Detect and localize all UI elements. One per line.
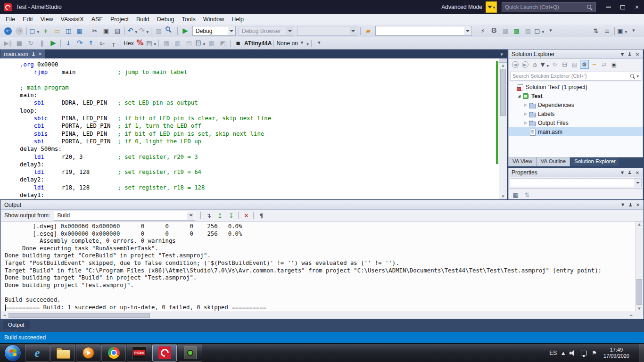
volume-icon[interactable]: [570, 350, 576, 356]
debug-tool-button[interactable]: None on: [276, 38, 297, 49]
menu-item[interactable]: ASF: [88, 15, 107, 24]
sort-lines-icon[interactable]: ⇅: [591, 26, 601, 36]
scroll-down-icon[interactable]: ▼: [636, 307, 643, 311]
code-line[interactable]: ldi r18, 128 ; set register, r18 = 128: [20, 184, 496, 191]
break-all-icon[interactable]: ∥: [37, 38, 47, 49]
code-line[interactable]: delay_500ms:: [20, 145, 496, 153]
menu-item[interactable]: Debug: [153, 15, 178, 24]
taskbar-atmel-studio-button[interactable]: [152, 345, 177, 362]
code-line[interactable]: delay1:: [20, 191, 496, 199]
toggle-word-wrap-icon[interactable]: ¶: [256, 210, 266, 221]
code-area[interactable]: .org 0x0000 rjmp main ; jump to main lab…: [0, 58, 496, 199]
stop-debug-icon[interactable]: ■: [14, 38, 25, 49]
step-over-icon[interactable]: ↷: [74, 38, 85, 49]
menu-item[interactable]: Build: [132, 15, 153, 24]
window-layout-icon[interactable]: ▢: [534, 26, 545, 36]
home-icon[interactable]: ⌂: [530, 60, 539, 69]
scroll-right-icon[interactable]: ►: [628, 312, 635, 319]
redo-icon[interactable]: ↷: [139, 26, 149, 36]
code-line[interactable]: sbis PINA, LED_PIN ; if bit of LED pin i…: [20, 130, 496, 138]
preview-selected-icon[interactable]: ─: [590, 60, 599, 69]
taskbar-dev-tool-button[interactable]: [178, 345, 202, 362]
scroll-left-icon[interactable]: ◄: [1, 312, 8, 319]
code-line[interactable]: delay3:: [20, 161, 496, 168]
tab-va-view[interactable]: VA View: [508, 157, 537, 166]
device-monitor-icon[interactable]: ⊡: [195, 38, 206, 49]
device-name-button[interactable]: ATtiny44A: [244, 38, 272, 49]
pin-icon[interactable]: [627, 201, 634, 209]
tab-main-asm[interactable]: main.asm ✕: [0, 49, 45, 58]
start-debug-break-icon[interactable]: ▶∥: [3, 38, 13, 49]
scroll-up-icon[interactable]: ▲: [636, 222, 643, 226]
chevron-down-icon[interactable]: [286, 27, 293, 35]
prev-message-icon[interactable]: ↥: [215, 210, 225, 221]
code-line[interactable]: cbi PORTA, LED_PIN ; if 1, turn the LED …: [20, 122, 496, 130]
show-desktop-button[interactable]: [639, 344, 644, 362]
scope-filter-icon[interactable]: ▼: [540, 60, 549, 69]
quick-launch-box[interactable]: Quick Launch (Ctrl+Q): [502, 2, 596, 12]
profiler-icon[interactable]: ▰: [363, 26, 373, 36]
save-icon[interactable]: ◫: [63, 26, 74, 36]
chevron-down-icon[interactable]: [349, 27, 356, 35]
menu-item[interactable]: Tools: [178, 15, 199, 24]
taskbar-chrome-button[interactable]: [101, 345, 126, 362]
search-options-icon[interactable]: ▼: [636, 74, 639, 78]
code-line[interactable]: ldi r20, 3 ; set register, r20 = 3: [20, 153, 496, 161]
expander-icon[interactable]: ▷: [523, 112, 528, 116]
io-view-icon[interactable]: ▤: [184, 38, 194, 49]
code-line[interactable]: loop:: [20, 107, 496, 115]
refresh-icon[interactable]: ↻: [550, 60, 559, 69]
editor-vertical-scrollbar[interactable]: ▲ ▼: [499, 58, 507, 199]
undo-icon[interactable]: ↶: [127, 26, 138, 36]
expander-icon[interactable]: ▷: [523, 121, 528, 125]
save-all-icon[interactable]: ▦: [74, 26, 85, 36]
menu-item[interactable]: Project: [107, 15, 132, 24]
toolbar-overflow-icon[interactable]: ▼: [545, 26, 556, 36]
properties-icon[interactable]: ⚙: [580, 60, 589, 69]
nav-forward-icon[interactable]: →: [14, 26, 25, 36]
find-combo[interactable]: [375, 26, 472, 36]
document-tabstrip[interactable]: main.asm ✕ ▼: [0, 49, 507, 58]
sync-active-document-icon[interactable]: ⇄: [600, 60, 609, 69]
chevron-down-icon[interactable]: [634, 179, 641, 187]
code-line[interactable]: sbi PORTA, LED_PIN ; if 0, light the LED…: [20, 138, 496, 145]
navigate-icon[interactable]: ▧: [154, 26, 164, 36]
platform-combo[interactable]: [297, 26, 357, 36]
tree-item[interactable]: ▷ Labels: [509, 109, 643, 118]
solution-explorer-titlebar[interactable]: Solution Explorer ▼ ✕: [508, 49, 643, 59]
console-horizontal-scrollbar[interactable]: ◄ ►: [1, 312, 635, 319]
code-line[interactable]: .org 0x0000: [20, 61, 496, 68]
window-position-icon[interactable]: ▼: [619, 169, 626, 176]
debug-browser-combo[interactable]: Debug Browser: [239, 26, 294, 36]
device-programming-icon[interactable]: ⚡: [478, 26, 488, 36]
device-chip-icon[interactable]: ◼: [233, 38, 243, 49]
tab-output[interactable]: Output: [3, 321, 30, 329]
show-output-icon[interactable]: ▦: [500, 26, 511, 36]
watch-window-icon[interactable]: ▥: [173, 38, 183, 49]
alphabetical-icon[interactable]: ⇅: [522, 189, 532, 200]
pin-icon[interactable]: [626, 50, 634, 58]
scrollbar-thumb[interactable]: [8, 313, 150, 318]
code-line[interactable]: ; main program: [20, 84, 496, 91]
find-message-icon[interactable]: ↴: [203, 210, 214, 221]
hidden-icons-button[interactable]: ▲: [561, 351, 565, 355]
solution-search-box[interactable]: Search Solution Explorer (Ctrl+') ▼: [510, 72, 641, 81]
debug-configuration-combo[interactable]: Debug: [192, 26, 236, 36]
new-file-icon[interactable]: ▢: [29, 26, 40, 36]
vassistx-icon[interactable]: %: [135, 38, 145, 49]
output-source-combo[interactable]: Build: [54, 211, 195, 221]
code-line[interactable]: delay2:: [20, 176, 496, 183]
add-item-icon[interactable]: +: [41, 26, 51, 36]
list-members-icon[interactable]: ≡: [602, 26, 612, 36]
find-icon[interactable]: [165, 26, 175, 36]
tree-item[interactable]: Solution 'Test' (1 project): [509, 82, 643, 91]
device-options-icon[interactable]: ▼: [299, 38, 309, 49]
se-forward-icon[interactable]: ►: [520, 60, 529, 69]
show-all-files-icon[interactable]: ▤: [570, 60, 579, 69]
toolbar-overflow-icon[interactable]: ▼: [314, 38, 324, 49]
tab-solution-explorer[interactable]: Solution Explorer: [570, 157, 620, 166]
network-icon[interactable]: [581, 351, 587, 355]
tree-item[interactable]: main.asm: [509, 127, 643, 136]
asf-explorer-icon[interactable]: ▩: [512, 26, 522, 36]
properties-object-combo[interactable]: [510, 178, 642, 187]
